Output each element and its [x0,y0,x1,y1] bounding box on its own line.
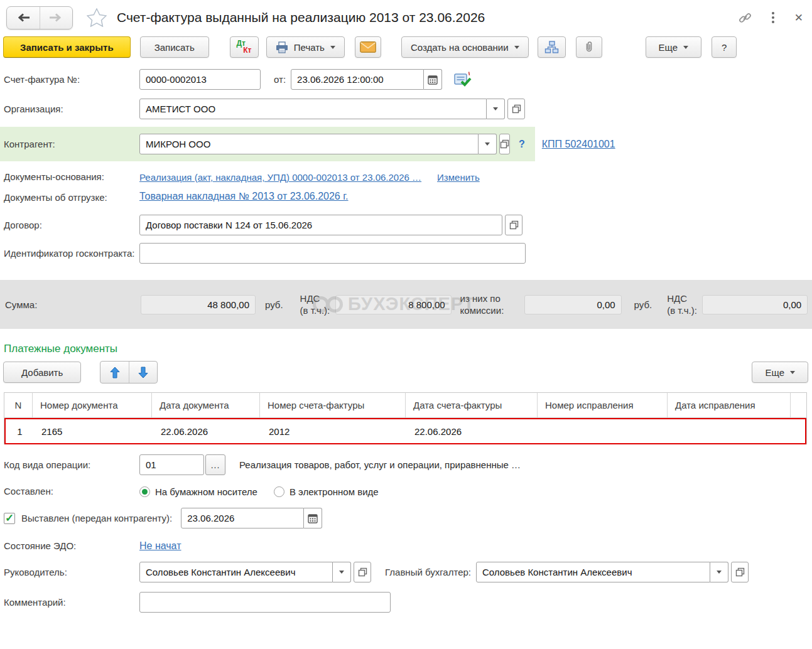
manager-open-button[interactable] [354,562,371,582]
payment-documents-table: N Номер документа Дата документа Номер с… [4,392,807,444]
forward-button[interactable] [40,7,73,29]
calendar-button[interactable] [424,69,442,90]
radio-paper[interactable] [139,486,150,497]
rub-label: руб. [634,299,652,310]
table-more-button[interactable]: Еще [752,362,808,383]
edo-state-label: Состояние ЭДО: [4,539,139,553]
calendar-icon [428,75,438,85]
title-bar: Счет-фактура выданный на реализацию 2013… [0,0,812,33]
attachments-button[interactable] [576,36,602,58]
issued-checkbox[interactable] [4,513,15,524]
accountant-dropdown-button[interactable] [710,562,728,582]
issued-calendar-button[interactable] [304,508,322,528]
document-structure-button[interactable] [538,36,566,58]
commission-amount-field: 0,00 [524,295,622,314]
issued-date-input[interactable]: 23.06.2026 [181,508,304,528]
dtkt-postings-button[interactable]: Дт Кт [230,36,259,58]
shipping-documents-label: Документы об отгрузке: [4,191,139,205]
back-button[interactable] [7,7,40,29]
toolbar: Записать и закрыть Записать Дт Кт Печать… [0,33,812,62]
organization-input[interactable]: АМЕТИСТ ООО [139,99,487,119]
gov-contract-input[interactable] [139,243,526,264]
operation-code-select-button[interactable]: ... [205,454,225,475]
chevron-down-icon [330,46,335,51]
counterparty-open-button[interactable] [499,134,510,154]
comment-input[interactable] [139,592,391,613]
open-form-icon [509,220,519,230]
create-based-label: Создать на основании [411,42,509,53]
radio-electronic[interactable] [274,486,284,497]
close-icon[interactable]: ✕ [794,11,803,24]
operation-code-description: Реализация товаров, работ, услуг и опера… [239,459,521,470]
col-invoice-number[interactable]: Номер счета-фактуры [260,393,406,417]
counterparty-dropdown-button[interactable] [479,134,497,154]
radio-paper-label[interactable]: На бумажном носителе [155,486,257,497]
save-button[interactable]: Записать [140,36,209,58]
counterparty-row: Контрагент: МИКРОН ООО ? КПП 502401001 [4,134,535,154]
organization-open-button[interactable] [507,99,525,119]
base-documents-row: Документы-основания: Реализация (акт, на… [4,170,812,184]
col-doc-number[interactable]: Номер документа [33,393,152,417]
col-invoice-date[interactable]: Дата счета-фактуры [406,393,538,417]
help-button[interactable]: ? [712,36,737,58]
counterparty-help-icon[interactable]: ? [519,139,525,150]
kebab-menu-icon[interactable] [772,12,774,23]
back-arrow-icon [16,13,30,22]
col-doc-date[interactable]: Дата документа [152,393,260,417]
accountant-open-button[interactable] [731,562,749,582]
invoice-number-input[interactable]: 0000-0002013 [139,69,261,90]
shipping-document-link[interactable]: Товарная накладная № 2013 от 23.06.2026 … [139,191,349,202]
col-n[interactable]: N [4,393,33,417]
col-correction-date[interactable]: Дата исправления [668,393,791,417]
counterparty-label: Контрагент: [4,137,139,151]
date-input[interactable]: 23.06.2026 12:00:00 [291,69,424,90]
composed-row: Составлен: На бумажном носителе В электр… [4,485,812,498]
more-label: Еще [765,367,784,378]
manager-dropdown-button[interactable] [333,562,351,582]
more-label: Еще [659,42,678,53]
add-row-button[interactable]: Добавить [3,362,81,383]
payment-documents-title: Платежные документы [4,343,812,355]
rub-label: руб. [265,299,283,310]
move-up-button[interactable] [100,362,129,383]
comment-label: Комментарий: [4,596,139,609]
chevron-down-icon [683,46,688,51]
base-document-link[interactable]: Реализация (акт, накладная, УПД) 0000-00… [139,172,421,183]
comment-row: Комментарий: [4,592,812,613]
organization-dropdown-button[interactable] [487,99,505,119]
operation-code-input[interactable]: 01 [139,454,204,475]
favorite-star-icon[interactable] [87,8,107,27]
chevron-down-icon [493,107,498,113]
edo-state-link[interactable]: Не начат [139,540,181,552]
contract-row: Договор: Договор поставки N 124 от 15.06… [4,215,812,235]
invoice-number-row: Счет-фактура №: 0000-0002013 от: 23.06.2… [4,69,812,90]
contract-input[interactable]: Договор поставки N 124 от 15.06.2026 [139,215,502,235]
printer-icon [276,41,288,53]
kpp-link[interactable]: КПП 502401001 [542,139,615,150]
table-row[interactable]: 1 2165 22.06.2026 2012 22.06.2026 [4,418,806,444]
save-close-button[interactable]: Записать и закрыть [3,36,131,58]
gov-contract-label: Идентификатор госконтракта: [4,247,139,260]
sum-band: БУХЭКСПЕРТ Сумма: 48 800,00 руб. НДС (в … [0,280,812,329]
more-button[interactable]: Еще [646,36,702,58]
move-down-button[interactable] [129,362,157,383]
create-based-on-button[interactable]: Создать на основании [401,36,529,58]
change-link[interactable]: Изменить [437,172,480,183]
send-email-button[interactable] [355,36,381,58]
contract-open-button[interactable] [505,215,522,235]
radio-electronic-label[interactable]: В электронном виде [290,486,379,497]
gov-contract-row: Идентификатор госконтракта: [4,243,812,264]
accountant-input[interactable]: Соловьев Константин Алексеевич [476,562,710,582]
manager-row: Руководитель: Соловьев Константин Алексе… [4,562,812,582]
get-link-icon[interactable] [739,11,752,24]
chevron-down-icon [717,571,722,576]
edo-state-row: Состояние ЭДО: Не начат [4,539,812,553]
sum-label: Сумма: [5,299,141,310]
arrow-down-icon [138,367,148,378]
cell-invoice-number: 2012 [261,426,407,437]
counterparty-input[interactable]: МИКРОН ООО [139,134,479,154]
manager-input[interactable]: Соловьев Константин Алексеевич [139,562,333,582]
print-button[interactable]: Печать [266,36,345,58]
issued-label: Выставлен (передан контрагенту): [21,513,172,523]
col-correction-number[interactable]: Номер исправления [538,393,668,417]
